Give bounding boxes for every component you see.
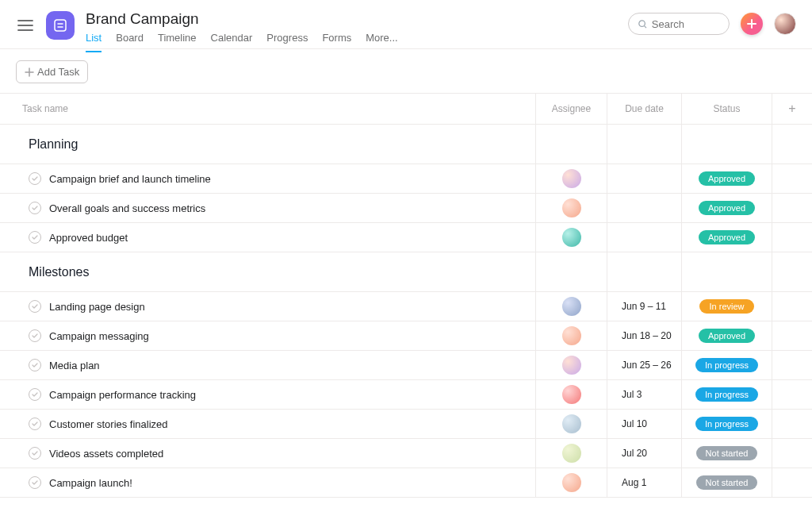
complete-checkbox[interactable]	[29, 447, 41, 460]
task-row[interactable]: Campaign launch!Aug 1Not started	[0, 468, 812, 498]
due-date-cell[interactable]: Jun 25 – 26	[607, 351, 682, 379]
task-row[interactable]: Overall goals and success metricsApprove…	[0, 194, 812, 223]
assignee-cell[interactable]	[536, 321, 607, 350]
assignee-cell[interactable]	[536, 223, 607, 252]
status-cell[interactable]: Approved	[682, 223, 772, 252]
task-row[interactable]: Media planJun 25 – 26In progress	[0, 351, 812, 380]
tab-list[interactable]: List	[86, 32, 102, 52]
due-date-cell[interactable]: Jun 9 – 11	[607, 292, 682, 321]
status-cell[interactable]: In progress	[682, 410, 772, 438]
project-icon	[46, 11, 75, 40]
status-cell[interactable]: Approved	[682, 321, 772, 350]
due-date-cell[interactable]: Jun 18 – 20	[607, 321, 682, 350]
task-name: Campaign brief and launch timeline	[49, 173, 211, 185]
complete-checkbox[interactable]	[29, 231, 41, 244]
add-task-label: Add Task	[37, 66, 79, 78]
due-date-cell[interactable]: Jul 10	[607, 410, 682, 438]
complete-checkbox[interactable]	[29, 418, 41, 430]
assignee-cell[interactable]	[536, 292, 607, 321]
task-row[interactable]: Videos assets completedJul 20Not started	[0, 439, 812, 468]
tab-board[interactable]: Board	[116, 32, 144, 52]
tabs: ListBoardTimelineCalendarProgressFormsMo…	[86, 32, 628, 52]
complete-checkbox[interactable]	[29, 202, 41, 214]
tab-forms[interactable]: Forms	[322, 32, 351, 52]
status-cell[interactable]: Not started	[682, 468, 772, 497]
assignee-cell[interactable]	[536, 380, 607, 409]
menu-icon[interactable]	[16, 16, 35, 35]
assignee-cell[interactable]	[536, 164, 607, 193]
user-avatar[interactable]	[774, 13, 796, 35]
svg-point-6	[639, 20, 645, 26]
task-row[interactable]: Customer stories finalizedJul 10In progr…	[0, 410, 812, 439]
task-row[interactable]: Landing page designJun 9 – 11In review	[0, 292, 812, 321]
due-date-cell[interactable]: Jul 20	[607, 439, 682, 468]
search-input[interactable]	[652, 18, 719, 30]
task-row[interactable]: Approved budgetApproved	[0, 223, 812, 252]
column-assignee[interactable]: Assignee	[536, 94, 607, 124]
due-date-cell[interactable]	[607, 194, 682, 222]
header: Brand Campaign ListBoardTimelineCalendar…	[0, 0, 812, 49]
complete-checkbox[interactable]	[29, 476, 41, 489]
assignee-cell[interactable]	[536, 194, 607, 222]
assignee-avatar	[562, 228, 581, 247]
columns-header: Task name Assignee Due date Status +	[0, 93, 812, 125]
status-cell[interactable]: Not started	[682, 439, 772, 468]
complete-checkbox[interactable]	[29, 359, 41, 371]
task-name: Campaign messaging	[49, 330, 149, 342]
status-badge: In progress	[695, 387, 758, 402]
assignee-avatar	[562, 444, 581, 463]
due-date-text: Jun 25 – 26	[607, 360, 672, 371]
status-cell[interactable]: In progress	[682, 351, 772, 379]
task-row[interactable]: Campaign messagingJun 18 – 20Approved	[0, 321, 812, 351]
section-title: Planning	[29, 137, 78, 152]
due-date-cell[interactable]	[607, 164, 682, 193]
tab-more-[interactable]: More...	[366, 32, 397, 52]
status-cell[interactable]: Approved	[682, 164, 772, 193]
column-due-date[interactable]: Due date	[607, 94, 682, 124]
section-header[interactable]: Planning	[0, 125, 812, 164]
add-column-button[interactable]: +	[772, 94, 812, 124]
task-name: Overall goals and success metrics	[49, 202, 205, 214]
page-title: Brand Campaign	[86, 10, 628, 29]
column-task-name[interactable]: Task name	[0, 94, 536, 124]
complete-checkbox[interactable]	[29, 329, 41, 342]
task-name: Landing page design	[49, 301, 145, 313]
task-list: PlanningCampaign brief and launch timeli…	[0, 125, 812, 508]
section-header[interactable]: Milestones	[0, 252, 812, 292]
task-row[interactable]: Campaign brief and launch timelineApprov…	[0, 164, 812, 194]
status-cell[interactable]: In review	[682, 292, 772, 321]
status-badge: Approved	[699, 230, 755, 244]
column-status[interactable]: Status	[682, 94, 772, 124]
task-row[interactable]: Campaign performance trackingJul 3In pro…	[0, 380, 812, 410]
status-cell[interactable]: In progress	[682, 380, 772, 409]
assignee-cell[interactable]	[536, 351, 607, 379]
complete-checkbox[interactable]	[29, 388, 41, 401]
status-badge: In progress	[695, 358, 758, 372]
assignee-avatar	[562, 297, 581, 316]
tab-timeline[interactable]: Timeline	[158, 32, 197, 52]
due-date-cell[interactable]: Aug 1	[607, 468, 682, 497]
complete-checkbox[interactable]	[29, 300, 41, 313]
assignee-avatar	[562, 356, 581, 375]
status-badge: Approved	[699, 201, 755, 215]
task-name: Campaign launch!	[49, 477, 132, 489]
status-badge: Not started	[696, 446, 758, 460]
assignee-cell[interactable]	[536, 468, 607, 497]
task-name: Videos assets completed	[49, 448, 163, 460]
tab-progress[interactable]: Progress	[266, 32, 308, 52]
assignee-avatar	[562, 473, 581, 492]
status-badge: In progress	[695, 417, 758, 431]
assignee-avatar	[562, 326, 581, 345]
status-cell[interactable]: Approved	[682, 194, 772, 222]
assignee-cell[interactable]	[536, 410, 607, 438]
due-date-text: Jul 10	[607, 418, 647, 429]
add-task-button[interactable]: Add Task	[16, 60, 88, 83]
due-date-cell[interactable]	[607, 223, 682, 252]
global-add-button[interactable]	[741, 13, 763, 35]
search-box[interactable]	[628, 13, 730, 35]
tab-calendar[interactable]: Calendar	[211, 32, 253, 52]
due-date-cell[interactable]: Jul 3	[607, 380, 682, 409]
section-title: Milestones	[29, 265, 89, 279]
assignee-cell[interactable]	[536, 439, 607, 468]
complete-checkbox[interactable]	[29, 172, 41, 185]
